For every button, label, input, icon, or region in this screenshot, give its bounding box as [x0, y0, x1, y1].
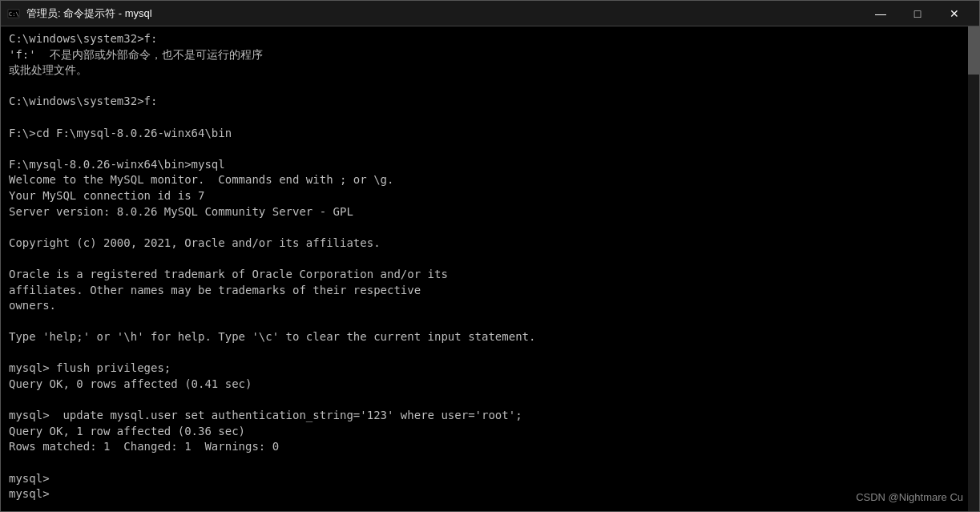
minimize-button[interactable]: —	[862, 1, 899, 26]
terminal-body[interactable]: C:\windows\system32>f: 'f:' 不是内部或外部命令，也不…	[1, 26, 979, 511]
terminal-output: C:\windows\system32>f: 'f:' 不是内部或外部命令，也不…	[9, 31, 971, 502]
svg-text:C:\: C:\	[9, 11, 19, 18]
window-title: 管理员: 命令提示符 - mysql	[26, 6, 152, 21]
terminal-icon: C:\	[7, 7, 20, 20]
watermark: CSDN @Nightmare Cu	[856, 491, 963, 503]
scrollbar[interactable]	[968, 26, 979, 511]
maximize-button[interactable]: □	[899, 1, 936, 26]
title-bar-controls: — □ ✕	[862, 1, 973, 26]
title-bar: C:\ 管理员: 命令提示符 - mysql — □ ✕	[1, 1, 979, 26]
title-bar-left: C:\ 管理员: 命令提示符 - mysql	[7, 6, 152, 21]
window: C:\ 管理员: 命令提示符 - mysql — □ ✕ C:\windows\…	[0, 0, 980, 512]
scrollbar-thumb[interactable]	[968, 26, 979, 75]
close-button[interactable]: ✕	[936, 1, 973, 26]
